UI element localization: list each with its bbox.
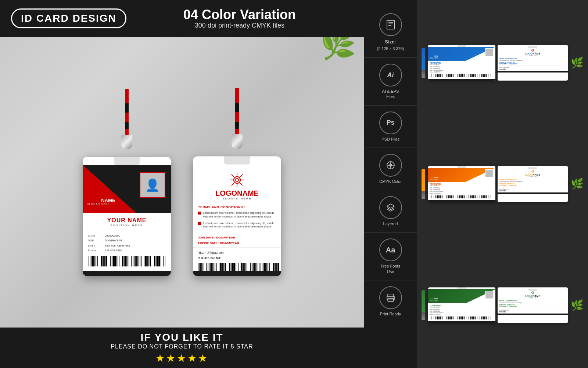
mini-footer-green	[428, 321, 495, 323]
email-label: Email	[88, 243, 101, 248]
svg-line-8	[240, 174, 243, 177]
mini-pos-green: POSITION HERE	[430, 307, 494, 308]
header-bar: ID CARD DESIGN 04 Color Variation 300 dp…	[0, 0, 364, 37]
header-center: 04 Color Variation 300 dpi print-ready C…	[126, 7, 353, 30]
back-mini-name-orange: LOGONAME	[499, 173, 566, 176]
dates-section: JOIN DATE : DD/MM/YEAR EXPIRE DATE : DD/…	[193, 234, 281, 247]
svg-line-9	[232, 183, 234, 185]
dob-colon: :	[103, 238, 103, 243]
mini-barcode-green	[431, 316, 492, 319]
ai-eps-label: AI & EPSFiles	[382, 89, 399, 99]
pen-blue	[422, 48, 425, 78]
lanyard-back	[235, 88, 239, 136]
photo-area-front: 👤	[140, 172, 165, 198]
feature-ai-eps: Ai AI & EPSFiles	[364, 58, 417, 106]
terms-section: TERMS AND CONDITIONS : Lorem ipsum dolor…	[193, 203, 281, 234]
green-back-card-mini: ⚙ LOGONAME SLOGAN HERE TERMS AND CONDITI…	[498, 287, 568, 323]
lanyard-front	[125, 89, 129, 137]
blue-back-card-mini: ⚙ LOGONAME SLOGAN HERE TERMS AND CONDITI…	[498, 45, 568, 81]
card-top-slot-back	[224, 156, 250, 164]
svg-rect-10	[387, 20, 394, 29]
mini-pos-blue: POSITION HERE	[430, 64, 494, 66]
svg-line-7	[240, 183, 243, 185]
back-dates-blue: JOIN DATE : DD/MM/YEAREXPIRE DATE : DD/M…	[499, 62, 566, 65]
green-variant-section: LOGOWAVESLOGAN HERE YOUR NAME POSITION H…	[422, 246, 584, 364]
back-terms-blue: TERMS AND CONDITIONS :	[499, 57, 566, 59]
phone-label: Phone	[88, 248, 101, 253]
email-value: Your mail name here	[105, 243, 130, 248]
orange-cards-pair: LOGOWAVESLOGAN HERE YOUR NAME POSITION H…	[428, 166, 568, 202]
mini-photo-green	[485, 291, 493, 299]
green-front-card-mini: LOGOWAVESLOGAN HERE YOUR NAME POSITION H…	[428, 287, 495, 323]
feature-size: Size: (2.125 x 3.375)	[364, 7, 417, 58]
logo-slogan: SLOGAN HERE	[87, 203, 115, 205]
email-row: Email : Your mail name here	[88, 243, 166, 248]
features-column: Size: (2.125 x 3.375) Ai AI & EPSFiles P…	[364, 0, 417, 368]
mini-photo-blue	[485, 48, 493, 56]
logo-icon: ⚙	[87, 190, 115, 197]
card-header-front: ⚙ LOGONAME SLOGAN HERE 👤	[83, 165, 171, 213]
mini-logo-orange: LOGOWAVESLOGAN HERE	[430, 177, 438, 181]
person-silhouette-icon: 👤	[145, 178, 160, 192]
term-item-2: Lorem ipsum dolor sit amet, consectetur …	[198, 222, 276, 229]
card-top-slot-front	[114, 157, 140, 165]
cmyk-label: CMYK Color	[379, 179, 402, 184]
mini-body-green: YOUR NAME POSITION HERE ID No : 00000000…	[428, 303, 495, 321]
phone-colon: :	[103, 248, 103, 253]
mini-barcode-blue	[431, 74, 492, 77]
card-body-front: YOUR NAME POSITION HERE ID No : 00000000…	[83, 213, 171, 271]
orange-back-card-mini: ⚙ LOGONAME SLOGAN HERE TERMS AND CONDITI…	[498, 166, 568, 202]
back-logo-name: LOGONAME	[215, 190, 259, 197]
mini-info-blue: ID No : 0000000000 DOB : DD/MM/YEAR Emai…	[430, 66, 494, 73]
print-ready-text: 300 dpi print-ready CMYK files	[126, 22, 353, 29]
feature-print: Print Ready	[364, 280, 417, 322]
orange-variant-section: LOGOWAVESLOGAN HERE YOUR NAME POSITION H…	[422, 125, 584, 243]
fonts-icon: Aa	[379, 238, 402, 261]
back-logo-slogan: SLOGAN HERE	[222, 197, 252, 200]
back-dates-orange: JOIN DATE : DD/MM/YEAREXPIRE DATE : DD/M…	[499, 183, 566, 186]
plant-blue-row: 🌿	[571, 57, 584, 69]
back-mini-name-green: LOGONAME	[499, 295, 566, 297]
back-footer-blue	[498, 71, 568, 72]
footer-if-you-like: IF YOU LIKE IT	[140, 332, 223, 343]
id-label: ID No	[88, 233, 101, 238]
back-terms-orange: TERMS AND CONDITIONS :	[499, 178, 566, 180]
card-footer-front	[83, 271, 171, 276]
id-card-badge: ID CARD DESIGN	[11, 8, 126, 28]
lanyard-clip-front	[121, 135, 132, 149]
id-value: 0000000000	[105, 233, 120, 238]
svg-marker-18	[387, 204, 394, 208]
mini-barcode-orange	[431, 195, 492, 198]
mini-info-orange: ID No : 0000000000 DOB : DD/MM/YEAR Emai…	[430, 187, 494, 194]
mini-logo-blue: LOGOWAVESLOGAN HERE	[430, 56, 438, 59]
back-mini-logo-orange: ⚙ LOGONAME SLOGAN HERE	[499, 169, 566, 177]
your-name: YOUR NAME	[88, 217, 166, 224]
back-mini-icon-green: ⚙	[499, 291, 566, 295]
feature-fonts: Aa Free FontsUse	[364, 233, 417, 280]
back-mini-name-blue: LOGONAME	[499, 52, 566, 55]
plant-orange-row: 🌿	[571, 178, 584, 190]
back-logo-section: LOGONAME SLOGAN HERE	[193, 164, 281, 203]
mini-info-green: ID No : 0000000000 DOB : DD/MM/YEAR Emai…	[430, 309, 494, 316]
back-mini-logo-green: ⚙ LOGONAME SLOGAN HERE	[499, 291, 566, 299]
stars-rating: ★★★★★	[155, 352, 209, 364]
position-text: POSITION HERE	[88, 224, 166, 227]
back-sig-orange: Your SignatureYOUR NAME	[499, 187, 566, 192]
terms-title: TERMS AND CONDITIONS :	[198, 205, 276, 209]
back-mini-slogan-orange: SLOGAN HERE	[499, 176, 566, 177]
mini-photo-orange	[485, 169, 493, 177]
svg-point-1	[236, 178, 239, 181]
id-card-front: ⚙ LOGONAME SLOGAN HERE 👤 YOUR NAME POSIT…	[83, 157, 171, 276]
size-label: Size: (2.125 x 3.375)	[377, 38, 404, 52]
back-mini-slogan-blue: SLOGAN HERE	[499, 55, 566, 56]
mini-header-blue: LOGOWAVESLOGAN HERE	[428, 47, 495, 61]
footer-rate-text: PLEASE DO NOT FORGET TO RATE IT 5 STAR	[111, 343, 253, 350]
front-card-wrapper: ⚙ LOGONAME SLOGAN HERE 👤 YOUR NAME POSIT…	[83, 89, 171, 276]
blue-front-card-mini: LOGOWAVESLOGAN HERE YOUR NAME POSITION H…	[428, 45, 495, 81]
diagonal-accent	[83, 165, 136, 213]
print-icon	[379, 286, 402, 309]
mini-header-green: LOGOWAVESLOGAN HERE	[428, 289, 495, 303]
id-row: ID No : 0000000000	[88, 233, 166, 238]
size-icon	[379, 13, 402, 36]
mini-footer-orange	[428, 200, 495, 202]
